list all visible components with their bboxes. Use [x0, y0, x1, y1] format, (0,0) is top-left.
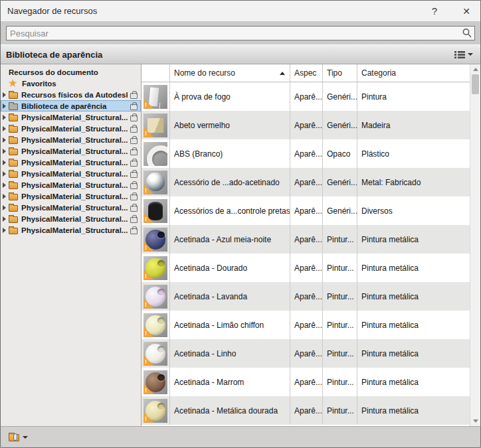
tree-item-icon [9, 115, 18, 121]
tree-item-icon [9, 205, 18, 212]
expander-icon[interactable] [3, 205, 9, 210]
sidebar-item-label: PhysicalMaterial_Structural... [21, 192, 128, 200]
expander-icon[interactable] [3, 92, 9, 98]
resource-name-cell: Acetinada - Lavanda [170, 282, 290, 311]
legacy-warning-icon [144, 299, 153, 309]
clip-icon [13, 433, 17, 441]
sidebar-item[interactable]: PhysicalMaterial_Structural... [1, 190, 141, 202]
vertical-scrollbar[interactable] [470, 64, 480, 426]
view-options-button[interactable] [452, 49, 475, 60]
table-row[interactable]: Acessórios de a...controle pretas Aparê.… [142, 196, 470, 225]
material-thumbnail [144, 199, 167, 223]
close-button[interactable]: ✕ [456, 6, 476, 17]
resource-name-cell: Acetinada - Metálica dourada [170, 396, 290, 425]
sidebar-item[interactable]: PhysicalMaterial_Structural... [1, 112, 141, 123]
lock-icon [130, 228, 138, 234]
column-header-aspect[interactable]: Aspec [290, 64, 323, 82]
scroll-down-button[interactable] [470, 416, 480, 426]
sidebar-item[interactable]: Recursos do documento [1, 66, 141, 78]
section-header: Biblioteca de aparência [1, 44, 480, 64]
tree-item-icon [9, 228, 18, 234]
tree-item-icon [9, 171, 18, 178]
expander-icon[interactable] [3, 149, 9, 154]
table-row[interactable]: Acetinada - Marrom Aparê... Pintur... Pi… [142, 368, 470, 396]
material-thumbnail [144, 228, 167, 252]
type-cell: Pintur... [323, 282, 357, 311]
sidebar-item[interactable]: PhysicalMaterial_Structural... [1, 157, 141, 168]
sidebar-item-label: PhysicalMaterial_Structural... [21, 113, 128, 121]
sidebar-item[interactable]: PhysicalMaterial_Structural... [1, 202, 141, 213]
expander-icon[interactable] [3, 137, 9, 143]
expander-icon[interactable] [3, 115, 9, 120]
thumbnail-cell [142, 111, 170, 139]
legacy-warning-icon [144, 413, 153, 423]
table-row[interactable]: Abeto vermelho Aparê... Genéri... Madeir… [142, 111, 470, 139]
sidebar-item[interactable]: PhysicalMaterial_Structural... [1, 179, 141, 190]
sidebar-item[interactable]: Favoritos [1, 78, 141, 89]
sidebar-item[interactable]: PhysicalMaterial_Structural... [1, 168, 141, 179]
thumbnail-cell [142, 282, 170, 311]
scrollbar-thumb[interactable] [472, 74, 479, 94]
manage-library-button[interactable] [6, 431, 31, 443]
table-row[interactable]: Acetinada - Linho Aparê... Pintur... Pin… [142, 339, 470, 368]
type-cell: Genéri... [323, 82, 357, 111]
search-icon [462, 28, 472, 38]
expander-icon[interactable] [3, 160, 9, 165]
sidebar-item[interactable]: Recursos físicos da Autodesk [1, 89, 141, 100]
scroll-up-button[interactable] [470, 64, 480, 74]
table-row[interactable]: À prova de fogo Aparê... Genéri... Pintu… [142, 82, 470, 111]
sidebar-item[interactable]: PhysicalMaterial_Structural... [1, 134, 141, 145]
thumbnail-cell [142, 311, 170, 339]
expander-icon[interactable] [3, 228, 9, 233]
type-cell: Genéri... [323, 196, 357, 225]
resource-table: Nome do recurso Aspec Tipo Categoria À p… [142, 64, 480, 426]
table-row[interactable]: Acetinada - Metálica dourada Aparê... Pi… [142, 396, 470, 425]
expander-icon[interactable] [3, 183, 9, 188]
sidebar-item-label: PhysicalMaterial_Structural... [21, 204, 128, 212]
thumbnail-cell [142, 339, 170, 368]
expander-icon[interactable] [3, 171, 9, 177]
thumbnail-cell [142, 368, 170, 396]
tree-item-icon [9, 160, 18, 167]
table-row[interactable]: Acetinada - Limão chiffon Aparê... Pintu… [142, 311, 470, 339]
sidebar-item-label: Favoritos [22, 80, 140, 88]
table-row[interactable]: ABS (Branco) Aparê... Opaco Plástico [142, 139, 470, 168]
expander-icon[interactable] [3, 194, 9, 199]
help-button[interactable]: ? [425, 5, 444, 17]
table-row[interactable]: Acetinada - Lavanda Aparê... Pintur... P… [142, 282, 470, 311]
expander-icon[interactable] [3, 104, 9, 109]
type-cell: Pintur... [323, 368, 357, 396]
expander-icon[interactable] [3, 216, 9, 222]
resource-name-cell: Acetinada - Limão chiffon [170, 311, 290, 339]
table-row[interactable]: Acetinada - Dourado Aparê... Pintur... P… [142, 254, 470, 282]
legacy-warning-icon [144, 384, 153, 394]
thumbnail-cell [142, 168, 170, 196]
table-row[interactable]: Acetinada - Azul meia-noite Aparê... Pin… [142, 225, 470, 254]
lock-icon [130, 172, 138, 178]
aspect-cell: Aparê... [290, 168, 323, 196]
column-header-type[interactable]: Tipo [323, 64, 357, 82]
sidebar-item[interactable]: Biblioteca de aparência [1, 100, 141, 112]
lock-icon [130, 149, 138, 155]
sidebar-item[interactable]: PhysicalMaterial_Structural... [1, 224, 141, 236]
sidebar-item[interactable]: PhysicalMaterial_Structural... [1, 123, 141, 134]
column-header-name[interactable]: Nome do recurso [170, 64, 290, 82]
material-thumbnail [144, 85, 167, 109]
aspect-cell: Aparê... [290, 196, 323, 225]
sidebar-item[interactable]: PhysicalMaterial_Structural... [1, 145, 141, 157]
sidebar-item-label: Biblioteca de aparência [21, 102, 128, 110]
legacy-warning-icon [144, 213, 153, 223]
tree-item-icon [9, 137, 18, 144]
column-header-thumbnail[interactable] [142, 64, 170, 82]
resource-name-cell: À prova de fogo [170, 82, 290, 111]
lock-icon [130, 127, 138, 133]
category-cell: Pintura [357, 82, 470, 111]
sidebar-item-label: PhysicalMaterial_Structural... [21, 125, 128, 133]
column-header-category[interactable]: Categoria [357, 64, 470, 82]
lock-icon [130, 161, 138, 167]
dropdown-caret-icon [468, 53, 473, 56]
sidebar-item[interactable]: PhysicalMaterial_Structural... [1, 213, 141, 224]
table-row[interactable]: Acessório de ...ado-acetinado Aparê... G… [142, 168, 470, 196]
expander-icon[interactable] [3, 126, 9, 131]
search-input[interactable] [6, 26, 475, 40]
